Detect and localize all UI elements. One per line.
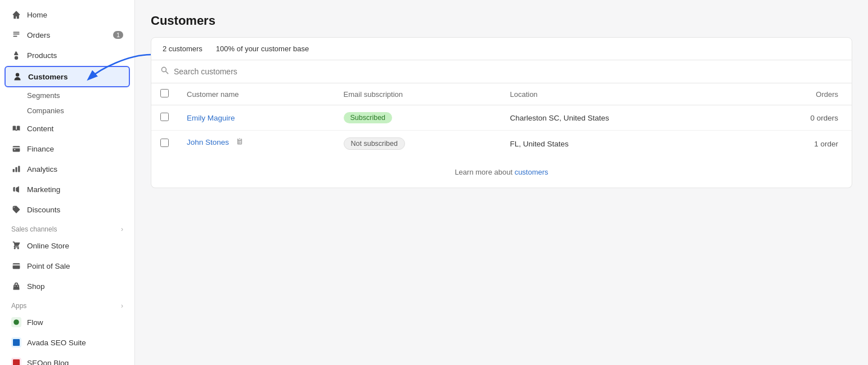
orders-badge: 1 [113,31,123,39]
shop-icon [11,281,21,291]
sidebar-item-point-of-sale-label: Point of Sale [27,262,70,270]
sidebar-item-shop-label: Shop [27,282,45,291]
sidebar-item-customers-label: Customers [28,73,68,81]
col-email-subscription: Email subscription [335,83,501,105]
orders-icon [11,30,21,40]
page-title: Customers [151,14,852,28]
sidebar-item-home-label: Home [27,11,47,19]
table-row: Emily Maguire Subscribed Charleston SC, … [151,105,852,131]
sales-channels-chevron[interactable]: › [121,225,123,233]
sales-channels-section: Sales channels › [0,220,134,235]
sidebar-item-marketing[interactable]: Marketing [5,180,130,199]
sidebar-item-seoon-blog-label: SEOon Blog [27,359,69,366]
sidebar-item-flow-label: Flow [27,318,43,327]
segments-label: Segments [27,91,60,100]
sidebar-item-content-label: Content [27,124,53,133]
sidebar-item-orders-label: Orders [27,31,50,39]
marketing-icon [11,184,21,194]
orders-1: 0 orders [810,114,838,122]
svg-point-0 [14,319,19,325]
search-input[interactable] [174,67,843,76]
sidebar: Home Orders 1 Products Customers Segment… [0,0,135,365]
apps-chevron[interactable]: › [121,302,123,310]
sidebar-item-seoon-blog[interactable]: SEOon Blog [5,353,130,365]
sales-channels-label: Sales channels [11,225,57,233]
main-content: Customers 2 customers 100% of your custo… [135,0,868,365]
sidebar-item-avada-seo[interactable]: Avada SEO Suite [5,333,130,352]
customers-table: Customer name Email subscription Locatio… [151,83,852,188]
subscription-badge-1: Subscribed [344,112,393,123]
sidebar-item-discounts[interactable]: Discounts [5,200,130,219]
flow-icon [11,317,21,327]
pos-icon [11,261,21,271]
location-2: FL, United States [510,140,568,148]
sidebar-item-finance-label: Finance [27,145,54,153]
col-location: Location [501,83,746,105]
subscription-badge-2: Not subscribed [344,137,405,150]
sidebar-item-avada-seo-label: Avada SEO Suite [27,339,86,347]
row-checkbox-1[interactable] [160,113,169,121]
sidebar-item-point-of-sale[interactable]: Point of Sale [5,256,130,275]
row-checkbox-2[interactable] [160,139,169,147]
sidebar-item-products[interactable]: Products [5,46,130,65]
sidebar-item-marketing-label: Marketing [27,185,60,194]
sidebar-item-customers[interactable]: Customers [5,66,130,87]
svg-rect-1 [13,339,20,346]
sidebar-item-analytics-label: Analytics [27,165,57,173]
analytics-icon [11,164,21,174]
stats-bar: 2 customers 100% of your customer base [151,37,852,60]
sidebar-sub-item-segments[interactable]: Segments [5,88,130,103]
learn-more-section: Learn more about customers [151,157,852,188]
finance-icon [11,144,21,154]
sidebar-sub-item-companies[interactable]: Companies [5,104,130,118]
col-orders: Orders [746,83,852,105]
avada-icon [11,337,21,348]
learn-more-link[interactable]: customers [515,168,548,176]
col-customer-name: Customer name [178,83,335,105]
sidebar-item-finance[interactable]: Finance [5,139,130,158]
customers-icon [12,72,23,82]
orders-2: 1 order [814,140,838,148]
customer-percent: 100% of your customer base [216,44,309,53]
sidebar-item-online-store[interactable]: Online Store [5,236,130,255]
home-icon [11,10,21,20]
sidebar-item-shop[interactable]: Shop [5,277,130,296]
sidebar-item-flow[interactable]: Flow [5,313,130,332]
learn-more-text: Learn more about [455,168,514,176]
companies-label: Companies [27,106,64,115]
sidebar-item-home[interactable]: Home [5,5,130,24]
apps-section: Apps › [0,296,134,312]
sidebar-item-analytics[interactable]: Analytics [5,159,130,179]
discounts-icon [11,204,21,215]
seoon-icon [11,358,21,365]
store-icon [11,241,21,251]
content-icon [11,123,21,133]
note-icon [236,137,244,147]
sidebar-item-orders[interactable]: Orders 1 [5,25,130,44]
apps-label: Apps [11,302,26,310]
search-icon [160,66,169,77]
customer-name-1[interactable]: Emily Maguire [187,114,235,122]
products-icon [11,50,21,60]
sidebar-item-products-label: Products [27,51,57,60]
table-row: John Stones Not subscribed FL, United St… [151,131,852,157]
svg-rect-2 [13,359,20,365]
select-all-checkbox[interactable] [160,89,169,97]
search-bar-wrap [151,60,852,83]
sidebar-item-content[interactable]: Content [5,119,130,138]
customer-count: 2 customers [163,44,203,53]
location-1: Charleston SC, United States [510,114,609,122]
sidebar-item-discounts-label: Discounts [27,206,60,214]
customer-name-2[interactable]: John Stones [187,138,229,146]
sidebar-item-online-store-label: Online Store [27,242,69,250]
